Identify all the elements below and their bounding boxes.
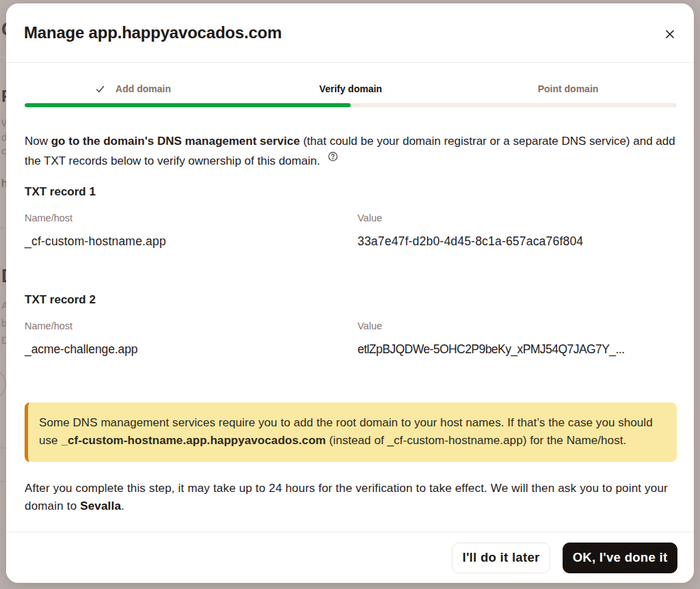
txt-record-2: TXT record 2 Name/host Value _acme-chall…	[25, 291, 677, 358]
backdrop-divider-fragment	[0, 498, 6, 499]
record-heading: TXT record 2	[25, 291, 677, 309]
step-add-domain[interactable]: Add domain	[25, 80, 242, 98]
stepper: Add domain Verify domain Point domain	[25, 80, 677, 107]
step-verify-domain[interactable]: Verify domain	[242, 80, 459, 98]
step-label: Verify domain	[319, 80, 382, 98]
name-host-value: _cf-custom-hostname.app	[25, 232, 358, 250]
value-label: Value	[358, 211, 677, 225]
name-host-label: Name/host	[25, 211, 358, 225]
outro-line-1: After you complete this step, it may tak…	[25, 480, 677, 497]
dns-warning-callout: Some DNS management services require you…	[25, 402, 677, 462]
progress-bar-track	[25, 103, 677, 107]
value-value: etlZpBJQDWe-5OHC2P9beKy_xPMJ54Q7JAG7Y_..…	[358, 340, 677, 358]
help-icon[interactable]	[328, 149, 338, 167]
backdrop-circle-fragment	[0, 370, 6, 399]
modal-title: Manage app.happyavocados.com	[24, 23, 282, 42]
name-host-value: _acme-challenge.app	[25, 340, 358, 358]
name-host-label: Name/host	[25, 319, 358, 333]
txt-record-1: TXT record 1 Name/host Value _cf-custom-…	[25, 183, 677, 250]
ok-done-button[interactable]: OK, I've done it	[563, 543, 677, 573]
close-button[interactable]	[660, 25, 679, 44]
callout-line-2: use _cf-custom-hostname.app.happyavocado…	[39, 432, 663, 450]
value-value: 33a7e47f-d2b0-4d45-8c1a-657aca76f804	[358, 232, 677, 250]
close-icon	[666, 30, 674, 40]
modal-footer: I'll do it later OK, I've done it	[6, 532, 694, 583]
callout-line-1: Some DNS management services require you…	[39, 414, 663, 432]
later-button[interactable]: I'll do it later	[452, 543, 550, 573]
backdrop-divider-fragment	[0, 448, 6, 448]
progress-bar-fill	[25, 103, 351, 107]
intro-line-1: Now go to the domain's DNS management se…	[25, 133, 677, 150]
record-heading: TXT record 1	[25, 183, 677, 201]
outro-paragraph: After you complete this step, it may tak…	[25, 480, 677, 515]
step-label: Point domain	[538, 80, 599, 98]
check-icon	[96, 85, 105, 94]
backdrop-divider-fragment	[0, 481, 6, 482]
value-label: Value	[358, 319, 677, 333]
outro-line-2: domain to Sevalla.	[25, 497, 677, 515]
backdrop-divider-fragment	[0, 228, 6, 228]
intro-line-2: the TXT records below to verify ownershi…	[25, 150, 677, 170]
backdrop-divider-fragment	[0, 57, 6, 57]
intro-paragraph: Now go to the domain's DNS management se…	[25, 133, 677, 170]
step-point-domain[interactable]: Point domain	[459, 80, 677, 98]
manage-domain-modal: Manage app.happyavocados.com Add domain …	[6, 3, 694, 583]
modal-header: Manage app.happyavocados.com	[6, 3, 694, 63]
step-label: Add domain	[116, 80, 171, 98]
